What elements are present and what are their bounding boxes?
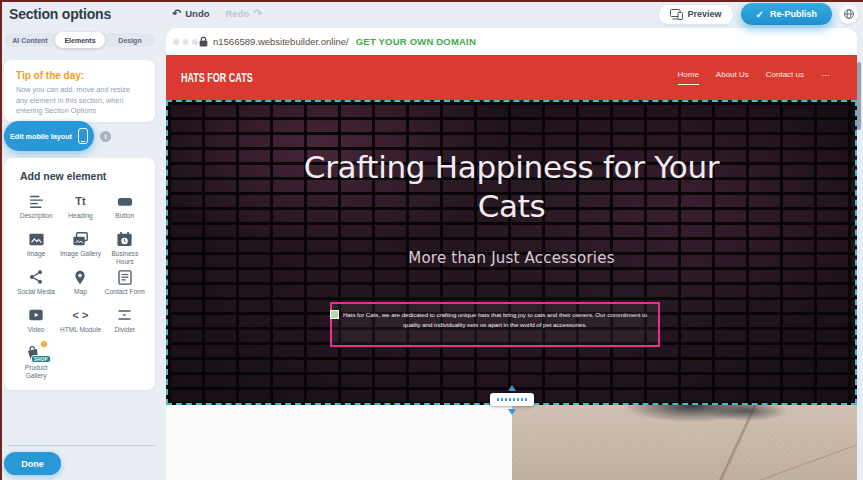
nav-about-us[interactable]: About Us xyxy=(716,70,749,84)
element-product-gallery[interactable]: ! SHOP Product Gallery xyxy=(14,344,58,382)
redo-label: Redo xyxy=(226,8,250,19)
element-video[interactable]: Video xyxy=(14,306,58,344)
element-grid: Description Tt Heading Button Image xyxy=(4,182,155,382)
tab-elements[interactable]: Elements xyxy=(55,32,105,48)
hero-title[interactable]: Crafting Happiness for Your Cats xyxy=(292,148,732,226)
divider-icon xyxy=(116,306,133,324)
history-controls: ↶ Undo Redo ↷ xyxy=(172,7,262,20)
site-header[interactable]: HATS FOR CATS Home About Us Contact us … xyxy=(166,55,857,100)
republish-button[interactable]: ✓ Re-Publish xyxy=(741,3,832,25)
undo-label: Undo xyxy=(185,8,209,19)
edit-mobile-label: Edit mobile layout xyxy=(10,132,72,141)
page-title: Section options xyxy=(9,6,111,22)
check-icon: ✓ xyxy=(756,9,764,20)
product-gallery-icon: ! SHOP xyxy=(25,344,47,362)
panel-divider xyxy=(8,445,156,446)
selection-handle[interactable] xyxy=(330,310,339,319)
site-preview: n1566589.websitebuilder.online/GET YOUR … xyxy=(166,28,857,480)
info-icon[interactable]: i xyxy=(100,131,111,142)
tip-body: Now you can add, move and resize any ele… xyxy=(16,85,143,117)
site-logo[interactable]: HATS FOR CATS xyxy=(181,71,253,85)
nav-contact-us[interactable]: Contact us xyxy=(766,70,804,84)
resize-arrow-up-icon xyxy=(508,385,516,391)
element-description[interactable]: Description xyxy=(14,192,58,230)
browser-tab-dots-icon xyxy=(173,39,198,45)
republish-label: Re-Publish xyxy=(770,9,817,19)
contact-form-icon xyxy=(117,268,133,286)
redo-icon: ↷ xyxy=(253,7,262,20)
devices-icon xyxy=(670,9,683,20)
image-icon xyxy=(28,230,45,248)
business-hours-icon xyxy=(116,230,133,248)
hero-subtitle[interactable]: More than Just Accessories xyxy=(168,249,855,267)
language-globe-button[interactable] xyxy=(839,5,858,24)
share-icon xyxy=(28,268,44,286)
resize-dashes-icon xyxy=(497,398,527,401)
next-section-background[interactable] xyxy=(166,405,512,480)
get-domain-link[interactable]: GET YOUR OWN DOMAIN xyxy=(356,36,476,47)
website-canvas: HATS FOR CATS Home About Us Contact us …… xyxy=(166,55,857,480)
topbar-actions: Preview ✓ Re-Publish xyxy=(658,3,858,25)
lock-icon xyxy=(199,36,208,47)
next-section-photo[interactable] xyxy=(512,405,857,480)
undo-button[interactable]: ↶ Undo xyxy=(172,7,210,20)
preview-scrollbar[interactable] xyxy=(857,62,861,130)
window-edge-left xyxy=(0,0,2,480)
section-options-panel: AI Content Elements Design Tip of the da… xyxy=(0,28,166,480)
heading-icon: Tt xyxy=(75,192,85,210)
edit-mobile-layout-button[interactable]: Edit mobile layout xyxy=(4,121,94,151)
element-button[interactable]: Button xyxy=(103,192,147,230)
add-element-card: Add new element Description Tt Heading B… xyxy=(4,158,155,390)
tab-ai-content[interactable]: AI Content xyxy=(5,32,55,48)
tip-of-the-day-card: Tip of the day: Now you can add, move an… xyxy=(4,60,155,122)
resize-arrow-down-icon xyxy=(508,409,516,415)
done-button[interactable]: Done xyxy=(4,452,61,475)
element-map[interactable]: Map xyxy=(58,268,102,306)
new-badge-icon: ! xyxy=(40,340,48,348)
window-edge-top xyxy=(0,0,863,2)
image-gallery-icon xyxy=(72,230,89,248)
element-social-media[interactable]: Social Media xyxy=(14,268,58,306)
code-icon: < > xyxy=(73,306,89,324)
button-icon xyxy=(116,192,134,210)
map-pin-icon xyxy=(72,268,88,286)
hero-paragraph[interactable]: Hats for Cats, we are dedicated to craft… xyxy=(332,304,658,336)
element-contact-form[interactable]: Contact Form xyxy=(103,268,147,306)
hero-section-selected[interactable]: Crafting Happiness for Your Cats More th… xyxy=(166,100,857,405)
section-resize-handle[interactable] xyxy=(489,385,535,415)
text-lines-icon xyxy=(28,192,45,210)
element-heading[interactable]: Tt Heading xyxy=(58,192,102,230)
element-image-gallery[interactable]: Image Gallery xyxy=(58,230,102,268)
nav-home[interactable]: Home xyxy=(678,70,699,85)
panel-tabs: AI Content Elements Design xyxy=(4,32,156,48)
element-divider[interactable]: Divider xyxy=(103,306,147,344)
element-image[interactable]: Image xyxy=(14,230,58,268)
phone-icon xyxy=(78,128,88,144)
url-text: n1566589.websitebuilder.online/GET YOUR … xyxy=(213,36,476,47)
tab-design[interactable]: Design xyxy=(105,32,155,48)
shop-badge: SHOP xyxy=(31,355,52,363)
preview-label: Preview xyxy=(688,9,722,19)
site-nav: Home About Us Contact us … xyxy=(678,70,832,85)
tip-title: Tip of the day: xyxy=(16,70,143,81)
browser-bar: n1566589.websitebuilder.online/GET YOUR … xyxy=(166,28,857,55)
site-url: n1566589.websitebuilder.online/ xyxy=(213,36,349,47)
element-business-hours[interactable]: Business Hours xyxy=(103,230,147,268)
editor-topbar: Section options ↶ Undo Redo ↷ Preview ✓ … xyxy=(0,0,863,28)
nav-more-icon[interactable]: … xyxy=(821,68,831,83)
undo-icon: ↶ xyxy=(172,7,181,20)
redo-button[interactable]: Redo ↷ xyxy=(226,7,263,20)
selected-text-element[interactable]: Hats for Cats, we are dedicated to craft… xyxy=(330,302,660,347)
video-icon xyxy=(27,306,45,324)
resize-grip[interactable] xyxy=(490,393,534,406)
add-element-title: Add new element xyxy=(20,170,155,182)
preview-button[interactable]: Preview xyxy=(658,4,734,25)
element-html-module[interactable]: < > HTML Module xyxy=(58,306,102,344)
globe-icon xyxy=(843,8,855,20)
